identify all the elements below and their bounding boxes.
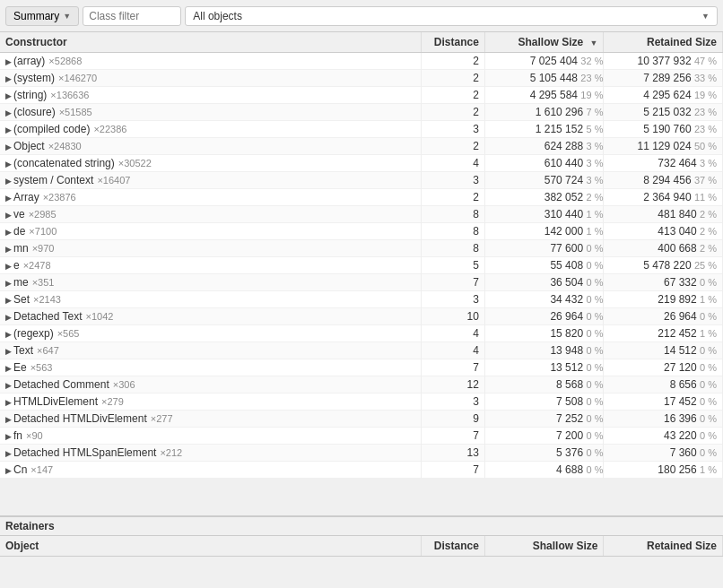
constructor-name: (closure): [13, 106, 56, 118]
table-row[interactable]: ▶(compiled code)×2238631 215 152 5 %5 19…: [0, 121, 723, 138]
row-expand-icon[interactable]: ▶: [5, 466, 12, 475]
row-expand-icon[interactable]: ▶: [5, 449, 12, 458]
row-expand-icon[interactable]: ▶: [5, 143, 12, 151]
table-row[interactable]: ▶Array×238762382 052 2 %2 364 940 11 %: [0, 189, 723, 206]
table-row[interactable]: ▶Detached Text×10421026 964 0 %26 964 0 …: [0, 308, 723, 325]
table-row[interactable]: ▶Detached Comment×306128 568 0 %8 656 0 …: [0, 376, 723, 393]
row-expand-icon[interactable]: ▶: [5, 177, 12, 186]
row-expand-icon[interactable]: ▶: [5, 432, 12, 441]
summary-button[interactable]: Summary ▼: [5, 6, 79, 26]
distance-cell: 7: [421, 274, 484, 291]
row-expand-icon[interactable]: ▶: [5, 160, 12, 169]
constructor-count: ×647: [37, 345, 59, 356]
distance-cell: 13: [421, 445, 484, 462]
constructor-name: Text: [13, 344, 33, 357]
table-row[interactable]: ▶mn×970877 600 0 %400 668 2 %: [0, 240, 723, 257]
table-row[interactable]: ▶(closure)×5158521 610 296 7 %5 215 032 …: [0, 104, 723, 121]
retained-size-cell: 26 964 0 %: [604, 308, 723, 325]
bottom-table: Object Distance Shallow Size Retained Si…: [0, 536, 723, 557]
table-row[interactable]: ▶system / Context×164073570 724 3 %8 294…: [0, 172, 723, 189]
row-expand-icon[interactable]: ▶: [5, 125, 12, 134]
distance-cell: 2: [421, 138, 484, 155]
bottom-col-distance[interactable]: Distance: [421, 536, 484, 557]
row-expand-icon[interactable]: ▶: [5, 57, 12, 66]
col-retained[interactable]: Retained Size: [604, 32, 723, 53]
table-row[interactable]: ▶Ee×563713 512 0 %27 120 0 %: [0, 359, 723, 376]
table-row[interactable]: ▶Object×248302624 288 3 %11 129 024 50 %: [0, 138, 723, 155]
row-expand-icon[interactable]: ▶: [5, 364, 12, 373]
distance-cell: 10: [421, 308, 484, 325]
table-row[interactable]: ▶e×2478555 408 0 %5 478 220 25 %: [0, 257, 723, 274]
distance-cell: 2: [421, 87, 484, 104]
table-row[interactable]: ▶Detached HTMLDivElement×27797 252 0 %16…: [0, 411, 723, 428]
retained-size-cell: 413 040 2 %: [604, 223, 723, 240]
retained-size-cell: 7 360 0 %: [604, 445, 723, 462]
retainers-label: Retainers: [5, 520, 55, 532]
table-row[interactable]: ▶de×71008142 000 1 %413 040 2 %: [0, 223, 723, 240]
constructor-cell: ▶Cn×147: [0, 462, 421, 479]
table-row[interactable]: ▶me×351736 504 0 %67 332 0 %: [0, 274, 723, 291]
bottom-col-retained[interactable]: Retained Size: [604, 536, 723, 557]
row-expand-icon[interactable]: ▶: [5, 108, 12, 117]
table-row[interactable]: ▶(regexp)×565415 820 0 %212 452 1 %: [0, 325, 723, 342]
distance-cell: 3: [421, 291, 484, 308]
shallow-size-cell: 7 025 404 32 %: [484, 53, 604, 70]
row-expand-icon[interactable]: ▶: [5, 296, 12, 305]
constructor-cell: ▶Object×24830: [0, 138, 421, 155]
constructor-cell: ▶Detached Text×1042: [0, 308, 421, 325]
retained-size-cell: 219 892 1 %: [604, 291, 723, 308]
row-expand-icon[interactable]: ▶: [5, 211, 12, 220]
constructor-cell: ▶(array)×52868: [0, 53, 421, 70]
bottom-col-object[interactable]: Object: [0, 536, 421, 557]
constructor-count: ×23876: [43, 192, 76, 203]
retained-size-cell: 43 220 0 %: [604, 428, 723, 445]
constructor-cell: ▶Array×23876: [0, 189, 421, 206]
class-filter-input[interactable]: [83, 6, 181, 26]
all-objects-select[interactable]: All objects ▼: [185, 6, 718, 26]
distance-cell: 9: [421, 411, 484, 428]
row-expand-icon[interactable]: ▶: [5, 347, 12, 356]
table-row[interactable]: ▶HTMLDivElement×27937 508 0 %17 452 0 %: [0, 393, 723, 411]
table-row[interactable]: ▶(array)×5286827 025 404 32 %10 377 932 …: [0, 53, 723, 70]
table-row[interactable]: ▶ve×29858310 440 1 %481 840 2 %: [0, 206, 723, 223]
row-expand-icon[interactable]: ▶: [5, 194, 12, 203]
row-expand-icon[interactable]: ▶: [5, 228, 12, 237]
col-constructor[interactable]: Constructor: [0, 32, 421, 53]
retained-size-cell: 4 295 624 19 %: [604, 87, 723, 104]
table-row[interactable]: ▶Cn×14774 688 0 %180 256 1 %: [0, 462, 723, 479]
row-expand-icon[interactable]: ▶: [5, 245, 12, 254]
col-distance[interactable]: Distance: [421, 32, 484, 53]
table-row[interactable]: ▶Set×2143334 432 0 %219 892 1 %: [0, 291, 723, 308]
row-expand-icon[interactable]: ▶: [5, 398, 12, 407]
constructor-name: (array): [13, 55, 45, 67]
constructor-cell: ▶system / Context×16407: [0, 172, 421, 189]
retained-size-cell: 5 215 032 23 %: [604, 104, 723, 121]
constructor-name: ve: [13, 208, 25, 220]
row-expand-icon[interactable]: ▶: [5, 262, 12, 271]
shallow-size-cell: 4 688 0 %: [484, 462, 604, 479]
table-row[interactable]: ▶Detached HTMLSpanElement×212135 376 0 %…: [0, 445, 723, 462]
row-expand-icon[interactable]: ▶: [5, 313, 12, 322]
table-row[interactable]: ▶fn×9077 200 0 %43 220 0 %: [0, 428, 723, 445]
shallow-size-cell: 4 295 584 19 %: [484, 87, 604, 104]
main-table: Constructor Distance Shallow Size ▼ Reta…: [0, 32, 723, 479]
shallow-size-cell: 570 724 3 %: [484, 172, 604, 189]
bottom-table-container[interactable]: Object Distance Shallow Size Retained Si…: [0, 536, 723, 588]
row-expand-icon[interactable]: ▶: [5, 415, 12, 424]
table-row[interactable]: ▶(concatenated string)×305224610 440 3 %…: [0, 155, 723, 172]
distance-cell: 8: [421, 240, 484, 257]
col-shallow[interactable]: Shallow Size ▼: [484, 32, 604, 53]
row-expand-icon[interactable]: ▶: [5, 279, 12, 288]
main-table-container[interactable]: Constructor Distance Shallow Size ▼ Reta…: [0, 32, 723, 516]
constructor-cell: ▶e×2478: [0, 257, 421, 274]
row-expand-icon[interactable]: ▶: [5, 91, 12, 100]
row-expand-icon[interactable]: ▶: [5, 381, 12, 390]
table-row[interactable]: ▶Text×647413 948 0 %14 512 0 %: [0, 342, 723, 359]
bottom-col-shallow[interactable]: Shallow Size: [484, 536, 604, 557]
app-container: Summary ▼ All objects ▼ Constructor Dist…: [0, 0, 723, 588]
row-expand-icon[interactable]: ▶: [5, 74, 12, 83]
table-row[interactable]: ▶(system)×14627025 105 448 23 %7 289 256…: [0, 70, 723, 87]
row-expand-icon[interactable]: ▶: [5, 330, 12, 339]
constructor-name: Array: [13, 191, 39, 203]
table-row[interactable]: ▶(string)×13663624 295 584 19 %4 295 624…: [0, 87, 723, 104]
